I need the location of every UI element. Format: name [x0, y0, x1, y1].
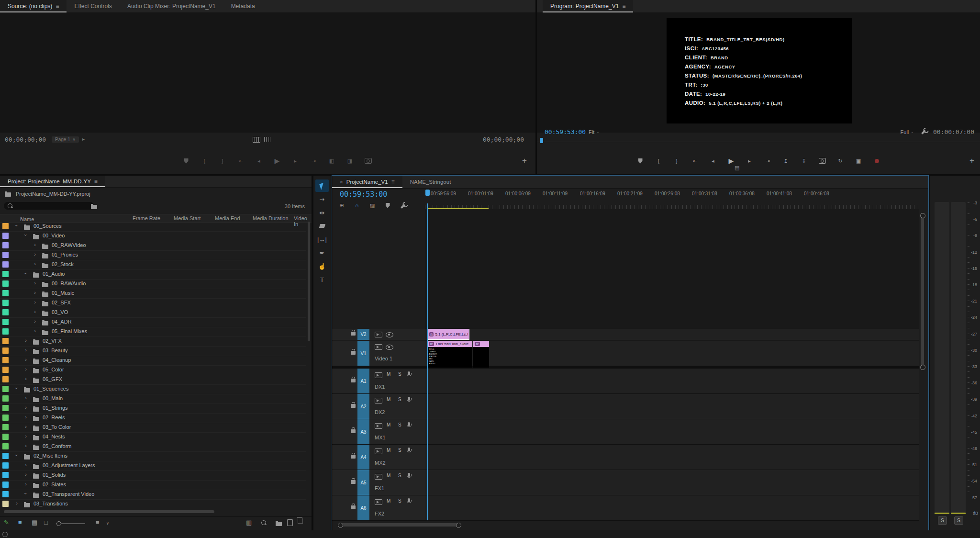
clip-thepostflow-slate[interactable]: fx ThePostFlow_Slate TITLE: CLIENT: AGEN…: [427, 341, 472, 366]
project-tree-row[interactable]: › 00_Sources: [0, 222, 306, 232]
track-name-label[interactable]: FX2: [375, 511, 384, 516]
new-bin-icon[interactable]: [276, 522, 282, 526]
sync-lock-icon[interactable]: [375, 344, 382, 350]
zoom-slider-track[interactable]: [61, 523, 85, 524]
label-color-swatch[interactable]: [2, 424, 9, 430]
track-target[interactable]: A3: [357, 419, 369, 444]
disclosure-chevron-icon[interactable]: ›: [33, 261, 37, 267]
disclosure-chevron-icon[interactable]: ›: [33, 299, 37, 305]
selection-tool[interactable]: [315, 179, 329, 192]
project-tree-row[interactable]: › 04_ADR: [0, 317, 306, 327]
disclosure-chevron-icon[interactable]: ›: [14, 500, 19, 506]
disclosure-chevron-icon[interactable]: ›: [33, 251, 37, 257]
slip-tool[interactable]: |↔|: [315, 233, 329, 246]
project-tree-row[interactable]: › 03_To Color: [0, 423, 306, 433]
solo-button[interactable]: S: [398, 371, 401, 377]
zoom-level-dropdown[interactable]: Fit ›: [589, 129, 599, 135]
play-button[interactable]: ▶: [727, 157, 735, 165]
project-tree-row[interactable]: › 06_GFX: [0, 375, 306, 385]
track-lock-icon[interactable]: [351, 505, 356, 509]
track-content-a1[interactable]: [425, 369, 919, 394]
track-target[interactable]: A4: [357, 445, 369, 470]
mark-in-button[interactable]: {: [200, 157, 209, 165]
project-tree-row[interactable]: › 04_Nests: [0, 432, 306, 442]
mute-button[interactable]: M: [387, 498, 390, 504]
page-arrow-icon[interactable]: ▸: [82, 136, 85, 142]
disclosure-chevron-icon[interactable]: ›: [23, 462, 28, 468]
playback-resolution-dropdown[interactable]: Full ›: [901, 129, 913, 135]
add-marker-icon[interactable]: [384, 202, 391, 209]
track-target[interactable]: A1: [357, 369, 369, 393]
project-tree-row[interactable]: › 02_Stock: [0, 260, 306, 270]
voiceover-record-mic-icon[interactable]: [408, 422, 410, 426]
clip-audio-slate-tone[interactable]: fx 5.1 (L,R,C,LFE,Ls,Rs): [427, 329, 469, 340]
mute-button[interactable]: M: [387, 473, 390, 478]
track-lock-icon[interactable]: [351, 351, 356, 355]
disclosure-chevron-icon[interactable]: ›: [14, 386, 20, 391]
freeform-view-icon[interactable]: □: [44, 519, 48, 526]
track-name-label[interactable]: FX1: [375, 485, 384, 491]
razor-tool[interactable]: [315, 220, 329, 232]
type-tool[interactable]: T: [315, 273, 329, 286]
step-back-button[interactable]: ◂: [709, 157, 717, 165]
find-icon[interactable]: [261, 520, 266, 525]
program-seekbar-playhead[interactable]: [540, 138, 543, 143]
disclosure-chevron-icon[interactable]: ›: [23, 491, 29, 496]
linked-selection-icon[interactable]: ▨: [368, 202, 376, 209]
tab-program[interactable]: Program: ProjectName_V1 ≡: [543, 0, 633, 12]
export-frame-button[interactable]: [818, 157, 826, 165]
program-position-timecode[interactable]: 00:59:53:00: [545, 128, 586, 135]
label-color-swatch[interactable]: [2, 386, 9, 392]
solo-button[interactable]: S: [398, 397, 401, 402]
meter-solo-left-button[interactable]: S: [938, 516, 947, 525]
project-tree-row[interactable]: › 03_Transitions: [0, 499, 306, 509]
track-lock-icon[interactable]: [351, 480, 356, 484]
mark-out-button[interactable]: }: [218, 157, 227, 165]
disclosure-chevron-icon[interactable]: ›: [33, 290, 37, 295]
tab-sequence-projectname-v1[interactable]: × ProjectName_V1 ≡: [332, 176, 402, 188]
playhead-line[interactable]: [427, 203, 428, 520]
track-lock-icon[interactable]: [351, 455, 356, 459]
add-marker-button[interactable]: [636, 157, 645, 165]
automate-to-sequence-icon[interactable]: ▥: [246, 519, 252, 526]
mark-in-button[interactable]: {: [654, 157, 663, 165]
disclosure-chevron-icon[interactable]: ›: [23, 481, 28, 487]
label-color-swatch[interactable]: [2, 482, 9, 488]
mute-button[interactable]: M: [387, 371, 390, 377]
label-color-swatch[interactable]: [2, 357, 9, 363]
label-color-swatch[interactable]: [2, 261, 9, 268]
label-color-swatch[interactable]: [2, 453, 9, 459]
label-color-swatch[interactable]: [2, 376, 9, 382]
track-output-eye-icon[interactable]: [386, 345, 393, 350]
step-forward-button[interactable]: ▸: [745, 157, 754, 165]
disclosure-chevron-icon[interactable]: ›: [14, 223, 20, 228]
track-content-v2[interactable]: [425, 329, 919, 340]
settings-wrench-icon[interactable]: [921, 130, 926, 134]
mark-out-button[interactable]: }: [672, 157, 681, 165]
project-tree-row[interactable]: › 05_Final Mixes: [0, 327, 306, 337]
disclosure-chevron-icon[interactable]: ›: [23, 443, 28, 448]
disclosure-chevron-icon[interactable]: ›: [33, 309, 37, 314]
timeline-ruler[interactable]: 00:59:56:0901:00:01:0901:00:06:0901:00:1…: [425, 189, 919, 210]
sync-lock-icon[interactable]: [375, 423, 382, 429]
track-target-v2[interactable]: V2: [357, 329, 369, 340]
disclosure-chevron-icon[interactable]: ›: [23, 395, 28, 401]
project-tree-row[interactable]: › 00_Main: [0, 394, 306, 404]
label-color-swatch[interactable]: [2, 338, 9, 344]
disclosure-chevron-icon[interactable]: ›: [23, 414, 28, 420]
track-target[interactable]: A2: [357, 394, 369, 419]
mute-button[interactable]: M: [387, 448, 390, 453]
nest-toggle-icon[interactable]: ⊞: [338, 202, 345, 209]
label-color-swatch[interactable]: [2, 501, 9, 507]
project-tree-row[interactable]: › 02_Reels: [0, 413, 306, 423]
project-tree-row[interactable]: › 04_Cleanup: [0, 356, 306, 366]
go-to-in-button[interactable]: ⇤: [236, 157, 245, 165]
label-color-swatch[interactable]: [2, 472, 9, 478]
voiceover-record-mic-icon[interactable]: [408, 371, 410, 375]
disclosure-chevron-icon[interactable]: ›: [33, 242, 37, 247]
meter-solo-right-button[interactable]: S: [954, 516, 963, 525]
add-button[interactable]: +: [522, 156, 527, 166]
list-view-icon[interactable]: ≡: [18, 519, 22, 526]
disclosure-chevron-icon[interactable]: ›: [23, 424, 28, 429]
pen-tool[interactable]: ✒: [315, 247, 329, 259]
